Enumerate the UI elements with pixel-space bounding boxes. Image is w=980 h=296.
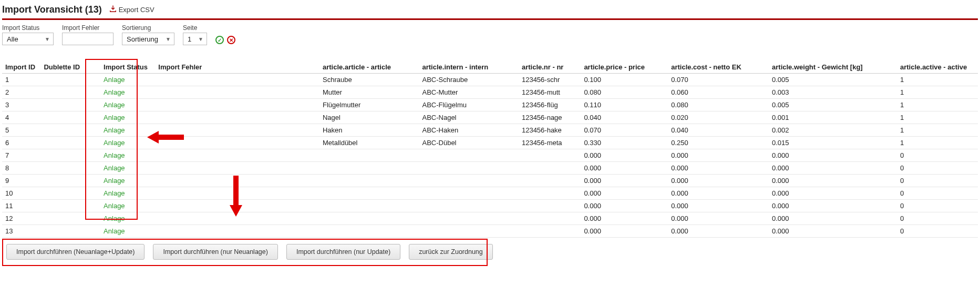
cell-status: Anlage xyxy=(100,200,155,212)
cell-fehler xyxy=(155,212,319,225)
cell-id: 9 xyxy=(2,175,40,187)
cell-fehler xyxy=(155,137,319,149)
col-header-id[interactable]: Import ID xyxy=(2,61,40,74)
back-to-mapping-button[interactable]: zurück zur Zuordnung xyxy=(409,244,493,260)
table-row[interactable]: 5AnlageHakenABC-Haken123456-hake0.0700.0… xyxy=(2,124,978,137)
cell-intern xyxy=(419,187,518,200)
cell-id: 11 xyxy=(2,200,40,212)
table-row[interactable]: 12Anlage0.0000.0000.0000 xyxy=(2,212,978,225)
cell-id: 3 xyxy=(2,99,40,111)
cell-active: 0 xyxy=(897,200,978,212)
col-header-weight[interactable]: article.weight - Gewicht [kg] xyxy=(769,61,897,74)
cell-status: Anlage xyxy=(100,74,155,86)
cell-fehler xyxy=(155,111,319,124)
table-row[interactable]: 13Anlage0.0000.0000.0000 xyxy=(2,225,978,238)
table-row[interactable]: 1AnlageSchraubeABC-Schraube123456-schr0.… xyxy=(2,74,978,86)
cell-active: 1 xyxy=(897,74,978,86)
download-icon xyxy=(109,5,117,14)
col-header-active[interactable]: article.active - active xyxy=(897,61,978,74)
table-row[interactable]: 6AnlageMetalldübelABC-Dübel123456-meta0.… xyxy=(2,137,978,149)
cell-intern: ABC-Schraube xyxy=(419,74,518,86)
import-neuanlage-button[interactable]: Import durchführen (nur Neuanlage) xyxy=(153,244,277,260)
col-header-intern[interactable]: article.intern - intern xyxy=(419,61,518,74)
cell-article: Flügelmutter xyxy=(319,99,419,111)
export-csv-link[interactable]: Export CSV xyxy=(109,5,154,14)
table-row[interactable]: 9Anlage0.0000.0000.0000 xyxy=(2,175,978,187)
cell-intern: ABC-Nagel xyxy=(419,111,518,124)
cell-id: 7 xyxy=(2,149,40,162)
cell-price: 0.070 xyxy=(581,124,668,137)
import-update-button[interactable]: Import durchführen (nur Update) xyxy=(286,244,400,260)
cell-price: 0.110 xyxy=(581,99,668,111)
cell-id: 5 xyxy=(2,124,40,137)
apply-filter-button[interactable]: ✓ xyxy=(215,36,224,44)
cell-status: Anlage xyxy=(100,137,155,149)
cell-weight: 0.000 xyxy=(769,200,897,212)
cell-article xyxy=(319,162,419,175)
import-preview-table: Import ID Dublette ID Import Status Impo… xyxy=(2,61,978,238)
cell-weight: 0.000 xyxy=(769,162,897,175)
cell-id: 6 xyxy=(2,137,40,149)
cell-status: Anlage xyxy=(100,99,155,111)
cell-cost: 0.000 xyxy=(668,149,769,162)
filter-page-dropdown[interactable]: 1 ▼ xyxy=(183,33,207,45)
filter-fehler-input[interactable] xyxy=(62,33,114,45)
filter-sort-dropdown[interactable]: Sortierung ▼ xyxy=(122,33,174,45)
cell-price: 0.000 xyxy=(581,175,668,187)
cell-nr xyxy=(519,175,581,187)
cell-status: Anlage xyxy=(100,162,155,175)
export-csv-label: Export CSV xyxy=(119,6,154,14)
filter-fehler-label: Import Fehler xyxy=(62,24,114,32)
col-header-price[interactable]: article.price - price xyxy=(581,61,668,74)
cell-price: 0.000 xyxy=(581,162,668,175)
col-header-status[interactable]: Import Status xyxy=(100,61,155,74)
cell-price: 0.000 xyxy=(581,187,668,200)
cell-cost: 0.000 xyxy=(668,200,769,212)
cell-weight: 0.005 xyxy=(769,74,897,86)
cell-price: 0.000 xyxy=(581,200,668,212)
table-row[interactable]: 8Anlage0.0000.0000.0000 xyxy=(2,162,978,175)
cell-dublette xyxy=(40,74,100,86)
cell-price: 0.000 xyxy=(581,212,668,225)
col-header-cost[interactable]: article.cost - netto EK xyxy=(668,61,769,74)
col-header-article[interactable]: article.article - article xyxy=(319,61,419,74)
cell-cost: 0.080 xyxy=(668,99,769,111)
cell-price: 0.330 xyxy=(581,137,668,149)
cell-article xyxy=(319,225,419,238)
cell-article xyxy=(319,149,419,162)
cell-active: 1 xyxy=(897,86,978,99)
cell-nr xyxy=(519,149,581,162)
filter-page-label: Seite xyxy=(183,24,207,32)
cell-nr: 123456-hake xyxy=(519,124,581,137)
cell-article xyxy=(319,200,419,212)
cell-active: 1 xyxy=(897,137,978,149)
table-row[interactable]: 4AnlageNagelABC-Nagel123456-nage0.0400.0… xyxy=(2,111,978,124)
cell-dublette xyxy=(40,175,100,187)
table-row[interactable]: 10Anlage0.0000.0000.0000 xyxy=(2,187,978,200)
cell-intern xyxy=(419,162,518,175)
cell-price: 0.080 xyxy=(581,86,668,99)
table-row[interactable]: 2AnlageMutterABC-Mutter123456-mutt0.0800… xyxy=(2,86,978,99)
cell-weight: 0.005 xyxy=(769,99,897,111)
table-row[interactable]: 7Anlage0.0000.0000.0000 xyxy=(2,149,978,162)
cell-fehler xyxy=(155,99,319,111)
col-header-nr[interactable]: article.nr - nr xyxy=(519,61,581,74)
cell-weight: 0.000 xyxy=(769,149,897,162)
cell-cost: 0.040 xyxy=(668,124,769,137)
cell-cost: 0.000 xyxy=(668,225,769,238)
col-header-dublette[interactable]: Dublette ID xyxy=(40,61,100,74)
cell-dublette xyxy=(40,111,100,124)
cell-dublette xyxy=(40,162,100,175)
table-row[interactable]: 3AnlageFlügelmutterABC-Flügelmu123456-fl… xyxy=(2,99,978,111)
clear-filter-button[interactable]: ✕ xyxy=(227,36,235,44)
import-neuanlage-update-button[interactable]: Import durchführen (Neuanlage+Update) xyxy=(6,244,145,260)
cell-article: Mutter xyxy=(319,86,419,99)
chevron-down-icon: ▼ xyxy=(166,36,171,42)
table-row[interactable]: 11Anlage0.0000.0000.0000 xyxy=(2,200,978,212)
filter-status-dropdown[interactable]: Alle ▼ xyxy=(2,33,54,45)
col-header-fehler[interactable]: Import Fehler xyxy=(155,61,319,74)
cell-active: 0 xyxy=(897,162,978,175)
cell-intern xyxy=(419,175,518,187)
cell-active: 0 xyxy=(897,187,978,200)
cell-dublette xyxy=(40,149,100,162)
